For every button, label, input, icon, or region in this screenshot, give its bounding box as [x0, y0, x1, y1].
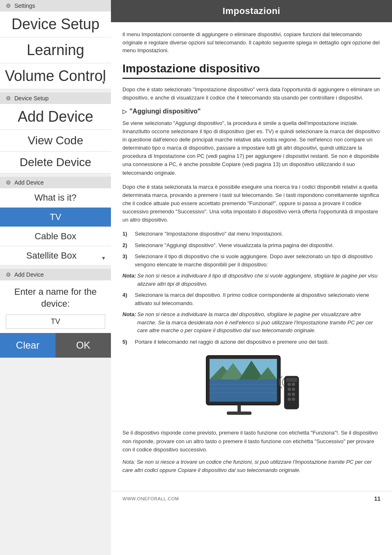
subsection-heading: ▷ "Aggiungi dispositivo"	[122, 108, 380, 115]
subsection-title-text: "Aggiungi dispositivo"	[129, 108, 201, 115]
sidebar-item-cable-box[interactable]: Cable Box	[0, 227, 111, 246]
sidebar-item-device-setup-1[interactable]: Device Setup	[0, 12, 111, 37]
note-2-text: Se non si riesce a individuare la marca …	[137, 310, 380, 335]
sidebar-item-learning[interactable]: Learning	[0, 37, 111, 63]
svg-rect-11	[238, 405, 241, 412]
step-5-text: Portare il telecomando nel raggio di azi…	[135, 338, 380, 346]
sidebar-section-add-device-type: ⚙ Add Device What is it? TV Cable Box Sa…	[0, 177, 111, 266]
body-paragraph-2: Dopo che è stata selezionata la marca è …	[122, 183, 380, 224]
sidebar-name-prompt: Enter a name for the device:	[0, 280, 111, 313]
svg-point-15	[292, 383, 295, 386]
step-4: 4) Selezionare la marca del dispositivo.…	[122, 291, 380, 307]
sidebar-section3-label: Add Device	[14, 179, 44, 186]
note-1: Nota: Se non si riesce a individuare il …	[122, 272, 380, 288]
step-2: 2) Selezionare "Aggiungi dispositivo". V…	[122, 241, 380, 250]
step-5-num: 5)	[122, 338, 135, 346]
step-4-text: Selezionare la marca del dispositivo. Il…	[135, 291, 380, 307]
step-2-num: 2)	[122, 241, 135, 250]
tv-illustration-area	[122, 352, 380, 421]
ok-button[interactable]: OK	[55, 333, 111, 358]
sidebar-item-what-is-it[interactable]: What is it?	[0, 188, 111, 208]
note-1-label: Nota:	[122, 272, 137, 280]
step-3-text: Selezionare il tipo di dispositivo che s…	[135, 252, 380, 268]
main-body: Il menu Impostazioni consente di aggiung…	[111, 22, 392, 487]
svg-point-21	[292, 398, 295, 401]
footer-url: WWW.ONEFORALL.COM	[122, 496, 179, 501]
note-1-text: Se non si riesce a individuare il tipo d…	[137, 272, 380, 288]
main-content: Impostazioni Il menu Impostazioni consen…	[111, 0, 392, 555]
sidebar-item-delete-device[interactable]: Delete Device	[0, 152, 111, 173]
sidebar-item-volume-control[interactable]: Volume Control	[0, 63, 111, 89]
sidebar-item-view-code[interactable]: View Code	[0, 130, 111, 152]
svg-point-18	[288, 393, 291, 396]
intro-paragraph: Il menu Impostazioni consente di aggiung…	[122, 30, 380, 55]
sidebar-item-add-device-1[interactable]: Add Device	[0, 104, 111, 130]
svg-point-20	[288, 398, 291, 401]
device-name-input[interactable]	[6, 314, 105, 329]
note-2-label: Nota:	[122, 310, 137, 319]
sidebar-action-buttons: Clear OK	[0, 333, 111, 358]
divider-2	[0, 173, 111, 177]
note-2: Nota: Se non si riesce a individuare la …	[122, 310, 380, 335]
step-3-num: 3)	[122, 252, 135, 261]
sidebar-section1-header: ⚙ Settings	[0, 0, 111, 12]
page-title: Impostazioni	[223, 6, 280, 16]
sidebar-item-satellite-box[interactable]: Satellite Box▼	[0, 246, 111, 266]
steps-list: 1) Selezionare "Impostazione dispositivo…	[122, 230, 380, 346]
body-paragraph-1: Se viene selezionato "Aggiungi dispositi…	[122, 119, 380, 177]
arrow-icon: ▷	[122, 108, 127, 115]
svg-rect-7	[210, 379, 277, 402]
divider-3	[0, 266, 111, 269]
sidebar: ⚙ Settings Device Setup Learning Volume …	[0, 0, 111, 555]
sidebar-input-wrap	[0, 313, 111, 333]
opening-paragraph: Dopo che è stato selezionato "Impostazio…	[122, 86, 380, 102]
sidebar-section2-label: Device Setup	[14, 95, 48, 102]
footer-note: Nota: Se non si riesce a trovare un codi…	[122, 458, 380, 474]
sidebar-section4-header: ⚙ Add Device	[0, 269, 111, 280]
footer-paragraph-1: Se il dispositivo risponde come previsto…	[122, 429, 380, 453]
svg-point-16	[288, 388, 291, 391]
svg-rect-12	[227, 412, 251, 415]
gear-icon-1: ⚙	[6, 2, 11, 9]
sidebar-section1-label: Settings	[14, 2, 35, 9]
sidebar-section3-header: ⚙ Add Device	[0, 177, 111, 188]
sidebar-section4-label: Add Device	[14, 271, 44, 278]
main-header: Impostazioni	[111, 0, 392, 22]
sidebar-item-tv[interactable]: TV	[0, 208, 111, 227]
step-2-text: Selezionare "Aggiungi dispositivo". Vien…	[135, 241, 380, 250]
page-number: 11	[374, 495, 380, 502]
tv-illustration	[198, 352, 305, 421]
gear-icon-3: ⚙	[6, 179, 11, 186]
svg-point-19	[292, 393, 295, 396]
step-3: 3) Selezionare il tipo di dispositivo ch…	[122, 252, 380, 268]
divider-1	[0, 89, 111, 92]
section-heading: Impostazione dispositivo	[122, 62, 380, 79]
sidebar-section2-header: ⚙ Device Setup	[0, 92, 111, 104]
clear-button[interactable]: Clear	[0, 333, 55, 358]
gear-icon-2: ⚙	[6, 95, 11, 102]
svg-point-14	[288, 383, 291, 386]
gear-icon-4: ⚙	[6, 271, 11, 278]
page-footer: WWW.ONEFORALL.COM 11	[111, 491, 392, 506]
step-1-num: 1)	[122, 230, 135, 238]
sidebar-section-add-device-name: ⚙ Add Device Enter a name for the device…	[0, 269, 111, 358]
step-4-num: 4)	[122, 291, 135, 299]
step-1: 1) Selezionare "Impostazione dispositivo…	[122, 230, 380, 238]
step-5: 5) Portare il telecomando nel raggio di …	[122, 338, 380, 346]
svg-point-17	[292, 388, 295, 391]
sidebar-section-settings: ⚙ Settings Device Setup Learning Volume …	[0, 0, 111, 89]
sidebar-section-device-setup: ⚙ Device Setup Add Device View Code Dele…	[0, 92, 111, 173]
svg-rect-22	[286, 378, 297, 382]
step-1-text: Selezionare "Impostazione dispositivo" d…	[135, 230, 380, 238]
